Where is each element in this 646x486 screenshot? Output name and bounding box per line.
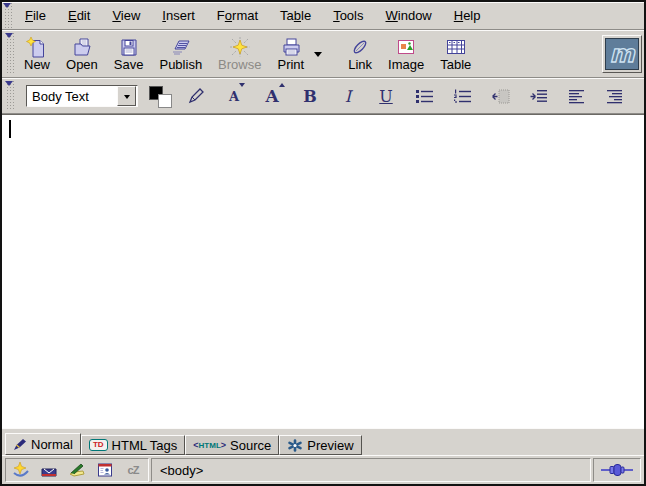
structure-body-item[interactable]: <body> [160,463,203,478]
chevron-down-icon [117,86,136,106]
menu-format[interactable]: Format [206,2,269,29]
table-button[interactable]: Table [432,32,479,76]
menu-help[interactable]: Help [443,2,492,29]
highlighter-pen-icon [186,86,206,106]
chatzilla-icon[interactable]: cZ [124,461,142,479]
status-bar: cZ <body> [2,455,644,484]
paragraph-style-value: Body Text [27,89,117,104]
publish-icon [169,36,193,58]
pen-icon [13,438,27,451]
tab-preview[interactable]: Preview [279,435,361,455]
italic-button[interactable]: I [334,83,362,109]
save-floppy-icon [118,36,140,58]
bulleted-list-button[interactable] [410,83,438,109]
preview-starburst-icon [287,439,303,452]
bulleted-list-icon [415,89,434,104]
mozilla-logo-icon: m [605,38,639,70]
toolbar-grippy[interactable] [5,33,14,75]
align-left-button[interactable] [562,83,590,109]
tab-source[interactable]: <HTML> Source [185,435,279,455]
save-button[interactable]: Save [106,32,152,76]
image-icon [395,36,417,58]
tab-normal[interactable]: Normal [5,433,81,455]
svg-text:m: m [609,40,635,68]
print-button[interactable]: Print [269,32,312,76]
highlight-color-button[interactable] [182,83,210,109]
menu-file[interactable]: File [14,2,57,29]
underline-button[interactable]: U [372,83,400,109]
mail-icon[interactable] [40,461,58,479]
navigator-icon[interactable] [12,461,30,479]
link-icon [349,36,371,58]
structure-bar: <body> [151,458,591,482]
link-button[interactable]: Link [340,32,380,76]
menu-window[interactable]: Window [375,2,443,29]
component-bar: cZ [5,458,149,482]
align-left-icon [568,89,585,104]
indent-icon [529,89,548,104]
arrow-down-icon [239,83,245,90]
print-icon [280,36,302,58]
align-right-icon [606,89,623,104]
menu-table[interactable]: Table [269,2,322,29]
format-toolbar: Body Text A A B I U [2,78,644,114]
image-button[interactable]: Image [380,32,432,76]
increase-font-size-button[interactable]: A [258,83,286,109]
align-right-button[interactable] [600,83,628,109]
text-caret [9,120,11,138]
mozilla-logo-button[interactable]: m [602,35,642,73]
decrease-font-size-button[interactable]: A [220,83,248,109]
menu-bar: File Edit View Insert Format Table Tools… [2,2,644,30]
paragraph-style-select[interactable]: Body Text [26,85,138,107]
print-dropdown-arrow[interactable] [312,32,324,76]
open-folder-icon [71,36,93,58]
online-status-panel[interactable] [593,458,641,482]
td-tag-icon: TD [89,439,108,451]
toolbar-spacer [324,32,340,76]
background-color-swatch [158,94,172,108]
menu-tools[interactable]: Tools [322,2,374,29]
browse-button[interactable]: Browse [210,32,269,76]
outdent-button[interactable] [486,83,514,109]
numbered-list-icon [453,89,472,104]
browse-sparkle-icon [229,36,251,58]
numbered-list-button[interactable] [448,83,476,109]
main-toolbar: New Open Save [2,30,644,78]
new-button[interactable]: New [16,32,58,76]
menu-insert[interactable]: Insert [151,2,206,29]
address-book-icon[interactable] [96,461,114,479]
tab-html-tags[interactable]: TD HTML Tags [81,435,185,455]
toolbar-grippy[interactable] [3,3,12,28]
table-icon [444,36,468,58]
editor-canvas[interactable] [2,114,644,428]
toolbar-grippy[interactable] [5,81,14,111]
edit-mode-tab-bar: Normal TD HTML Tags <HTML> Source Pr [2,428,644,455]
outdent-icon [491,89,510,104]
menu-view[interactable]: View [101,2,151,29]
arrow-up-icon [279,80,285,87]
html-source-icon: <HTML> [193,440,226,450]
composer-window: File Edit View Insert Format Table Tools… [0,0,646,486]
online-plug-icon [600,462,634,478]
composer-icon[interactable] [68,461,86,479]
publish-button[interactable]: Publish [151,32,210,76]
open-button[interactable]: Open [58,32,106,76]
bold-button[interactable]: B [296,83,324,109]
new-page-icon [26,36,48,58]
text-color-picker[interactable] [148,84,172,108]
menu-edit[interactable]: Edit [57,2,101,29]
indent-button[interactable] [524,83,552,109]
